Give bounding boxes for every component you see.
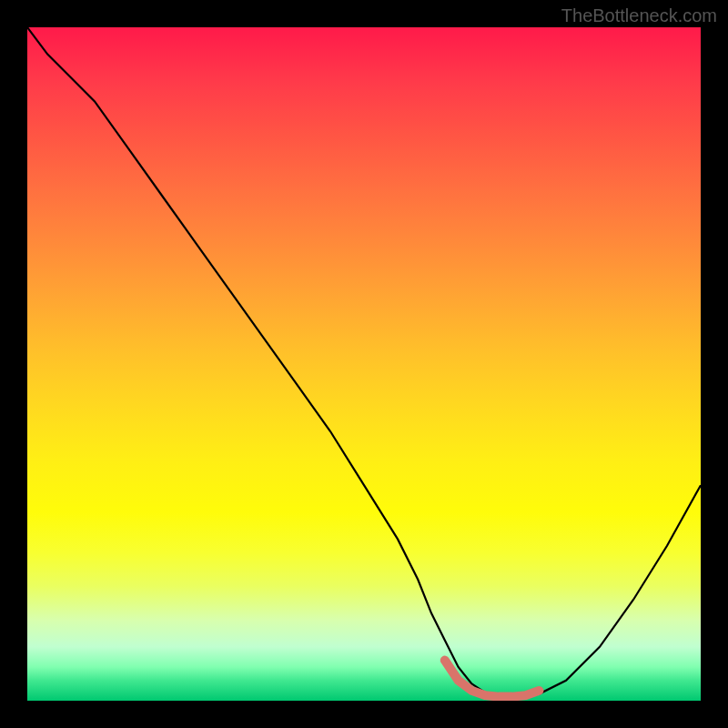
bottleneck-curve bbox=[27, 27, 701, 697]
chart-svg bbox=[27, 27, 701, 701]
watermark-text: TheBottleneck.com bbox=[561, 5, 717, 26]
chart-plot-area bbox=[27, 27, 701, 701]
optimal-range-highlight bbox=[445, 661, 540, 697]
